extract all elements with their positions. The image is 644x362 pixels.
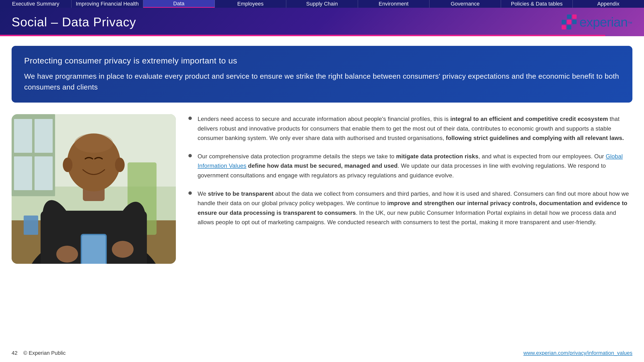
svg-point-15 (56, 246, 78, 263)
bold-define: define how data must be secured, managed… (248, 162, 398, 169)
nav-item-appendix[interactable]: Appendix (573, 0, 644, 8)
person-photo-svg (12, 114, 176, 264)
header-section: Social – Data Privacy experian™ (0, 8, 644, 36)
logo-tm: ™ (628, 21, 632, 26)
logo-dots (562, 14, 576, 29)
svg-point-23 (63, 158, 72, 172)
dot-9 (572, 25, 576, 29)
nav-item-data[interactable]: Data (143, 0, 215, 8)
svg-rect-8 (24, 216, 38, 235)
svg-point-24 (115, 158, 125, 172)
footer: 42 © Experian Public www.experian.com/pr… (12, 350, 632, 356)
page-number: 42 (12, 350, 18, 356)
bold-credit-ecosystem: integral to an efficient and competitive… (450, 116, 608, 122)
logo-text: experian (580, 15, 628, 29)
nav-bar: Executive Summary Improving Financial He… (0, 0, 644, 8)
bold-guidelines: following strict guidelines and complyin… (446, 135, 624, 141)
main-content: Protecting consumer privacy is extremely… (0, 36, 644, 271)
svg-rect-3 (34, 119, 53, 153)
dot-5 (567, 20, 571, 24)
dot-7 (562, 25, 566, 29)
logo-area: experian™ (562, 14, 632, 29)
dot-8 (567, 25, 571, 29)
nav-item-supply-chain[interactable]: Supply Chain (286, 0, 358, 8)
footer-link[interactable]: www.experian.com/privacy/information_val… (524, 350, 632, 356)
svg-rect-2 (14, 119, 32, 153)
bold-transparent: strive to be transparent (208, 190, 274, 197)
bullet-text-1: Lenders need access to secure and accura… (198, 114, 632, 143)
page-title: Social – Data Privacy (12, 15, 136, 29)
footer-copyright: © Experian Public (23, 350, 66, 356)
bold-mitigate: mitigate data protection risks (396, 153, 478, 160)
info-box-text: We have programmes in place to evaluate … (24, 71, 620, 92)
dot-4 (562, 20, 566, 24)
nav-item-employees[interactable]: Employees (215, 0, 286, 8)
dot-3 (572, 14, 576, 19)
nav-item-environment[interactable]: Environment (358, 0, 430, 8)
nav-item-financial-health[interactable]: Improving Financial Health (72, 0, 143, 8)
nav-item-policies[interactable]: Policies & Data tables (501, 0, 572, 8)
person-image (12, 114, 176, 264)
bullet-item-1: Lenders need access to secure and accura… (188, 114, 632, 143)
bullet-text-2: Our comprehensive data protection progra… (198, 152, 632, 180)
bullet-dot-1 (188, 117, 192, 120)
experian-logo: experian™ (562, 14, 632, 29)
nav-item-governance[interactable]: Governance (430, 0, 501, 8)
svg-point-25 (74, 133, 113, 153)
image-container (12, 114, 176, 264)
dot-1 (562, 14, 566, 19)
info-box: Protecting consumer privacy is extremely… (12, 46, 632, 103)
nav-item-executive-summary[interactable]: Executive Summary (0, 0, 72, 8)
dot-6 (572, 20, 576, 24)
logo-text-container: experian™ (580, 14, 632, 29)
bullet-list: Lenders need access to secure and accura… (188, 114, 632, 227)
bullet-text-3: We strive to be transparent about the da… (198, 189, 632, 227)
dot-2 (567, 14, 571, 19)
footer-left: 42 © Experian Public (12, 350, 66, 356)
bold-improve: improve and strengthen our internal priv… (198, 200, 627, 216)
bullet-dot-3 (188, 191, 192, 195)
bullet-item-2: Our comprehensive data protection progra… (188, 152, 632, 180)
bullet-dot-2 (188, 154, 192, 157)
svg-rect-20 (82, 235, 105, 264)
bullet-item-3: We strive to be transparent about the da… (188, 189, 632, 227)
info-box-title: Protecting consumer privacy is extremely… (24, 56, 620, 65)
content-area: Lenders need access to secure and accura… (12, 114, 632, 264)
text-content: Lenders need access to secure and accura… (188, 114, 632, 264)
svg-rect-4 (14, 156, 32, 190)
svg-point-16 (112, 241, 134, 258)
svg-rect-5 (34, 156, 53, 190)
